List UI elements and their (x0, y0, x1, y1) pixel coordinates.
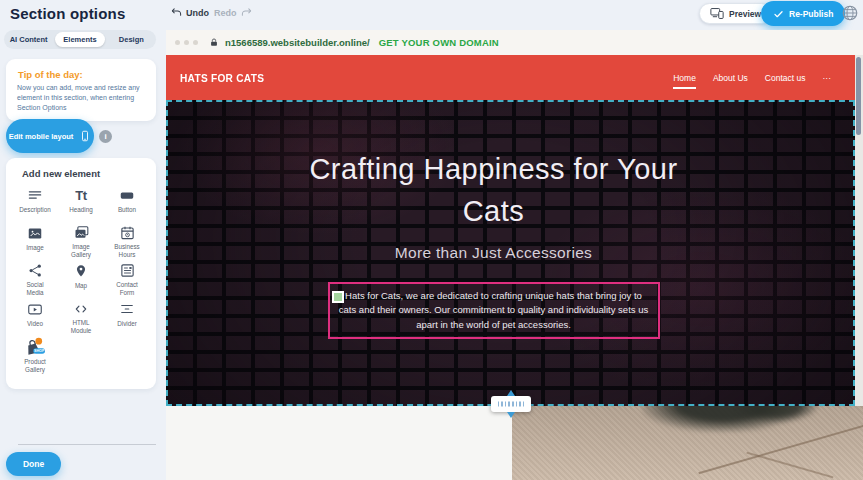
hero-section-selected[interactable]: Crafting Happiness for Your Cats More th… (166, 100, 855, 406)
element-label: Social Media (17, 281, 53, 297)
cat-shadow (737, 406, 817, 422)
video-icon (27, 300, 43, 318)
element-divider[interactable]: Divider (104, 297, 150, 335)
app-window: Section options Undo Redo Preview Re-Pub… (0, 0, 863, 480)
nav-about-us[interactable]: About Us (713, 73, 748, 83)
undo-button[interactable]: Undo (171, 7, 209, 18)
scrollbar-thumb[interactable] (856, 57, 861, 135)
section-resize-handle[interactable] (491, 396, 531, 412)
element-map[interactable]: Map (58, 259, 104, 297)
map-pin-icon (74, 262, 88, 280)
tip-title: Tip of the day: (18, 69, 144, 80)
product-gallery-icon: SHOP (23, 338, 47, 356)
tab-design[interactable]: Design (107, 32, 156, 47)
tab-ai-content[interactable]: AI Content (4, 32, 53, 47)
nav-contact-us[interactable]: Contact us (765, 73, 806, 83)
element-drag-handle-icon[interactable] (332, 291, 344, 303)
phone-icon (79, 129, 91, 143)
element-heading[interactable]: Tt Heading (58, 183, 104, 221)
redo-icon (241, 7, 252, 18)
new-badge-icon (35, 338, 42, 345)
element-social-media[interactable]: Social Media (12, 259, 58, 297)
description-icon (27, 186, 43, 204)
republish-label: Re-Publish (789, 9, 833, 19)
window-dot-icon (175, 40, 180, 45)
edit-mobile-layout-button[interactable]: Edit mobile layout (6, 119, 94, 153)
element-image[interactable]: Image (12, 221, 58, 259)
button-icon (119, 186, 135, 204)
image-gallery-icon (73, 224, 90, 241)
panel-tab-bar: AI Content Elements Design (4, 30, 156, 49)
element-html-module[interactable]: HTML Module (58, 297, 104, 335)
element-grid: Description Tt Heading Button Image Imag… (6, 183, 156, 373)
check-icon (773, 9, 784, 19)
element-label: Image (26, 244, 44, 252)
element-label: HTML Module (63, 319, 99, 335)
undo-icon (171, 7, 182, 18)
element-label: Map (75, 282, 87, 290)
tab-elements[interactable]: Elements (55, 32, 104, 47)
info-icon[interactable]: i (99, 130, 112, 143)
get-own-domain-link[interactable]: GET YOUR OWN DOMAIN (379, 37, 499, 48)
window-dot-icon (193, 40, 198, 45)
hero-paragraph: Hats for Cats, we are dedicated to craft… (339, 289, 649, 332)
add-element-card: Add new element Description Tt Heading B… (6, 158, 156, 389)
element-label: Heading (69, 206, 92, 214)
site-header: HATS FOR CATS Home About Us Contact us ·… (166, 55, 855, 100)
selected-text-element[interactable]: Hats for Cats, we are dedicated to craft… (328, 282, 660, 339)
site-nav: Home About Us Contact us ··· (673, 55, 831, 100)
element-business-hours[interactable]: Business Hours (104, 221, 150, 259)
heading-icon: Tt (75, 186, 86, 204)
hero-heading[interactable]: Crafting Happiness for Your Cats (284, 148, 704, 232)
image-icon (27, 224, 43, 242)
business-hours-icon (120, 224, 135, 241)
arrow-down-icon (507, 412, 515, 418)
element-image-gallery[interactable]: Image Gallery (58, 221, 104, 259)
pavement-crack (747, 452, 834, 478)
element-product-gallery[interactable]: SHOP Product Gallery (12, 335, 58, 373)
redo-button[interactable]: Redo (214, 7, 252, 18)
page-title: Section options (10, 5, 126, 22)
site-url[interactable]: n1566589.websitebuilder.online/ (225, 37, 370, 48)
contact-form-icon (120, 262, 135, 279)
add-element-title: Add new element (22, 168, 156, 179)
element-button[interactable]: Button (104, 183, 150, 221)
social-media-icon (28, 262, 43, 279)
hero-content: Crafting Happiness for Your Cats More th… (168, 102, 853, 404)
tip-body: Now you can add, move and resize any ele… (17, 83, 145, 113)
html-module-icon (73, 300, 89, 317)
nav-home[interactable]: Home (673, 73, 696, 89)
arrow-up-icon (507, 390, 515, 396)
hero-subheading[interactable]: More than Just Accessories (395, 244, 592, 262)
element-contact-form[interactable]: Contact Form (104, 259, 150, 297)
element-description[interactable]: Description (12, 183, 58, 221)
site-logo[interactable]: HATS FOR CATS (180, 72, 264, 84)
element-label: Description (19, 206, 51, 214)
edit-mobile-label: Edit mobile layout (9, 132, 74, 141)
next-section[interactable] (166, 406, 863, 480)
browser-bar: n1566589.websitebuilder.online/ GET YOUR… (166, 30, 863, 55)
element-video[interactable]: Video (12, 297, 58, 335)
devices-icon (710, 7, 724, 20)
element-label: Button (118, 206, 136, 214)
tip-of-the-day-card: Tip of the day: Now you can add, move an… (6, 59, 156, 121)
site-preview: n1566589.websitebuilder.online/ GET YOUR… (166, 30, 863, 480)
grip-dots-icon (498, 402, 524, 407)
window-dot-icon (184, 40, 189, 45)
cat-photo (512, 406, 863, 480)
panel-divider (18, 444, 156, 445)
redo-label: Redo (214, 8, 237, 18)
republish-button[interactable]: Re-Publish (761, 1, 845, 26)
next-section-background (166, 406, 512, 480)
language-globe-icon[interactable] (841, 4, 859, 22)
preview-label: Preview (729, 9, 761, 19)
element-label: Business Hours (109, 243, 145, 259)
shop-badge: SHOP (34, 349, 45, 353)
divider-icon (119, 300, 135, 318)
nav-more-icon[interactable]: ··· (823, 73, 832, 83)
undo-label: Undo (186, 8, 209, 18)
done-button[interactable]: Done (6, 452, 61, 476)
element-label: Video (27, 320, 43, 328)
element-label: Divider (117, 320, 137, 328)
element-label: Product Gallery (17, 358, 53, 374)
